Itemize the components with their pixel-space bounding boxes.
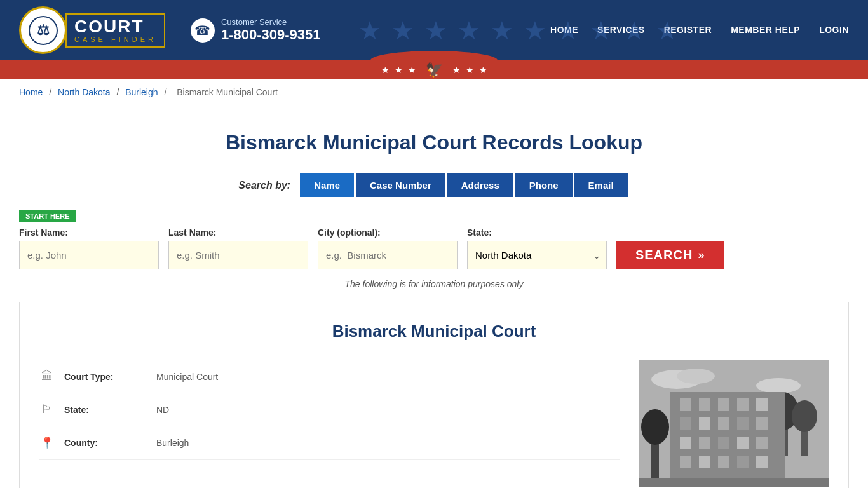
eagle-icon: 🦅 <box>426 62 443 78</box>
svg-rect-23 <box>718 437 729 449</box>
first-name-label: First Name: <box>19 227 159 238</box>
svg-rect-17 <box>699 417 710 430</box>
search-arrows: » <box>698 248 705 262</box>
logo-circle: ⚖ <box>19 6 67 54</box>
svg-point-33 <box>641 409 669 445</box>
court-type-label: Court Type: <box>64 372 147 382</box>
svg-rect-12 <box>699 398 710 411</box>
stars-left: ★★★ <box>381 65 416 75</box>
page-title: Bismarck Municipal Court Records Lookup <box>19 131 849 154</box>
court-type-row: 🏛 Court Type: Municipal Court <box>39 360 620 393</box>
nav-register[interactable]: REGISTER <box>664 25 712 36</box>
svg-point-5 <box>756 378 801 393</box>
svg-point-4 <box>677 369 715 384</box>
nav-member-help[interactable]: MEMBER HELP <box>731 25 800 36</box>
tab-case-number[interactable]: Case Number <box>356 173 445 197</box>
svg-rect-16 <box>680 417 691 430</box>
customer-service-phone: 1-800-309-9351 <box>221 27 321 43</box>
svg-rect-25 <box>756 437 768 449</box>
main-content: Bismarck Municipal Court Records Lookup … <box>0 105 868 488</box>
svg-rect-11 <box>680 398 691 411</box>
breadcrumb-county[interactable]: Burleigh <box>125 87 158 97</box>
state-row: 🏳 State: ND <box>39 393 620 426</box>
eagle-banner: ★★★ 🦅 ★★★ <box>0 60 868 79</box>
svg-rect-29 <box>737 456 749 468</box>
svg-rect-20 <box>756 417 768 430</box>
search-form-area: START HERE First Name: Last Name: City (… <box>19 210 849 269</box>
svg-rect-18 <box>718 417 729 430</box>
state-label: State: <box>467 227 607 238</box>
svg-rect-15 <box>756 398 768 411</box>
breadcrumb-home[interactable]: Home <box>19 87 43 97</box>
nav-services[interactable]: SERVICES <box>597 25 645 36</box>
svg-point-9 <box>792 400 817 432</box>
search-tabs-row: Search by: Name Case Number Address Phon… <box>19 173 849 197</box>
tab-name[interactable]: Name <box>300 173 354 197</box>
court-info-title: Bismarck Municipal Court <box>39 322 829 341</box>
svg-rect-26 <box>680 456 691 468</box>
last-name-input[interactable] <box>168 241 308 269</box>
state-select-wrapper: North Dakota Alabama Alaska Arizona <box>467 241 607 269</box>
city-group: City (optional): <box>318 227 458 269</box>
city-label: City (optional): <box>318 227 458 238</box>
logo-text: COURT CASE FINDER <box>65 13 165 48</box>
flag-icon: 🏳 <box>39 403 55 416</box>
search-by-label: Search by: <box>238 180 290 191</box>
city-input[interactable] <box>318 241 458 269</box>
svg-rect-28 <box>718 456 729 468</box>
svg-rect-27 <box>699 456 710 468</box>
court-image <box>639 360 829 487</box>
search-button[interactable]: SEARCH » <box>616 241 724 269</box>
eagle-center: ★★★ 🦅 ★★★ <box>381 62 487 78</box>
breadcrumb-court: Bismarck Municipal Court <box>177 87 278 97</box>
svg-rect-19 <box>737 417 749 430</box>
svg-rect-13 <box>718 398 729 411</box>
court-info-box: Bismarck Municipal Court 🏛 Court Type: M… <box>19 302 849 488</box>
court-type-value: Municipal Court <box>156 372 218 382</box>
stars-right: ★★★ <box>452 65 487 75</box>
search-button-label: SEARCH <box>635 248 693 262</box>
svg-rect-22 <box>699 437 710 449</box>
tab-phone[interactable]: Phone <box>515 173 573 197</box>
customer-service: ☎ Customer Service 1-800-309-9351 <box>191 17 321 43</box>
last-name-label: Last Name: <box>168 227 308 238</box>
svg-rect-14 <box>737 398 749 411</box>
info-note: The following is for information purpose… <box>19 279 849 289</box>
main-nav: HOME SERVICES REGISTER MEMBER HELP LOGIN <box>550 25 849 36</box>
tab-email[interactable]: Email <box>574 173 628 197</box>
building-icon: 🏛 <box>39 370 55 383</box>
breadcrumb: Home / North Dakota / Burleigh / Bismarc… <box>0 79 868 105</box>
breadcrumb-state[interactable]: North Dakota <box>58 87 110 97</box>
county-row: 📍 County: Burleigh <box>39 426 620 460</box>
county-value: Burleigh <box>156 438 189 448</box>
nav-home[interactable]: HOME <box>550 25 578 36</box>
court-building-svg <box>639 360 829 487</box>
svg-rect-31 <box>639 478 829 487</box>
state-detail-label: State: <box>64 405 147 415</box>
form-fields: First Name: Last Name: City (optional): … <box>19 227 849 269</box>
customer-service-label: Customer Service <box>221 17 321 27</box>
map-icon: 📍 <box>39 436 55 450</box>
breadcrumb-sep3: / <box>164 87 169 97</box>
start-here-badge: START HERE <box>19 210 76 222</box>
first-name-group: First Name: <box>19 227 159 269</box>
last-name-group: Last Name: <box>168 227 308 269</box>
county-label: County: <box>64 438 147 448</box>
nav-login[interactable]: LOGIN <box>819 25 849 36</box>
court-details-left: 🏛 Court Type: Municipal Court 🏳 State: N… <box>39 360 620 487</box>
logo-case-finder-text: CASE FINDER <box>74 36 156 43</box>
tab-address[interactable]: Address <box>447 173 513 197</box>
svg-rect-24 <box>737 437 749 449</box>
breadcrumb-sep2: / <box>116 87 121 97</box>
state-select[interactable]: North Dakota Alabama Alaska Arizona <box>467 241 607 269</box>
phone-icon: ☎ <box>191 18 215 43</box>
first-name-input[interactable] <box>19 241 159 269</box>
breadcrumb-sep1: / <box>49 87 54 97</box>
logo[interactable]: ⚖ COURT CASE FINDER <box>19 6 165 54</box>
logo-court-text: COURT <box>74 18 156 36</box>
svg-rect-21 <box>680 437 691 449</box>
state-group: State: North Dakota Alabama Alaska Arizo… <box>467 227 607 269</box>
court-details: 🏛 Court Type: Municipal Court 🏳 State: N… <box>39 360 829 487</box>
logo-icon: ⚖ <box>27 15 59 46</box>
state-detail-value: ND <box>156 405 169 415</box>
